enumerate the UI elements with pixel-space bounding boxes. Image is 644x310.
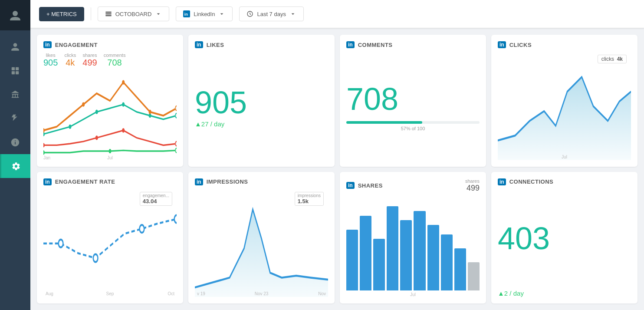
engagement-rate-title: ENGAGEMENT RATE <box>55 178 115 185</box>
likes-card: in LIKES 905 ▲27 / day <box>188 35 335 167</box>
svg-point-20 <box>149 110 151 114</box>
stat-shares: shares 499 <box>82 53 97 68</box>
sidebar-item-dashboard[interactable] <box>0 59 30 82</box>
connections-title: CONNECTIONS <box>509 178 554 185</box>
engagement-rate-x-left: Aug <box>46 291 53 296</box>
svg-point-23 <box>95 135 98 140</box>
sidebar-item-users[interactable] <box>0 35 30 59</box>
impressions-tooltip-label: impressions <box>298 193 321 198</box>
add-metrics-button[interactable]: + METRICS <box>39 7 84 21</box>
bar-10 <box>468 262 480 290</box>
shares-card: in SHARES shares 499 Jul <box>340 172 486 304</box>
impressions-title: IMPRESSIONS <box>207 178 248 185</box>
bar-1 <box>346 230 358 290</box>
bar-2 <box>360 216 371 290</box>
engagement-x-left: Jan <box>43 155 50 160</box>
comments-value: 708 <box>104 58 126 68</box>
svg-point-27 <box>108 149 111 153</box>
svg-rect-5 <box>105 12 111 13</box>
comments-linkedin-icon: in <box>346 41 355 48</box>
shares-bar-chart: Jul <box>346 197 480 297</box>
bar-6 <box>414 211 425 290</box>
comments-big-value: 708 <box>346 83 480 115</box>
engagement-rate-x-right: Oct <box>168 291 174 296</box>
engagement-x-center: Jul <box>107 155 113 160</box>
svg-point-33 <box>174 215 177 223</box>
octoboard-label: OCTOBOARD <box>115 11 152 17</box>
connections-card: in CONNECTIONS 403 ▲2 / day <box>491 172 637 304</box>
stat-likes: likes 905 <box>43 53 58 68</box>
engagement-rate-tooltip: engagemen... 43.04 <box>140 192 172 206</box>
impressions-header: in IMPRESSIONS <box>195 178 328 185</box>
clicks-linkedin-icon: in <box>498 41 506 48</box>
likes-title: LIKES <box>207 42 224 48</box>
bar-5 <box>400 220 412 290</box>
clicks-title: CLICKS <box>509 42 532 48</box>
clicks-tooltip: clicks 4k <box>598 55 627 63</box>
sidebar-item-bank[interactable] <box>0 82 30 106</box>
add-metrics-label: + METRICS <box>46 11 77 17</box>
linkedin-label: LinkedIn <box>194 11 215 17</box>
shares-label: shares <box>82 53 97 58</box>
likes-header: in LIKES <box>195 41 224 48</box>
svg-marker-29 <box>498 77 631 160</box>
svg-point-21 <box>175 106 177 110</box>
likes-big-value: 905 <box>195 87 247 118</box>
impressions-tooltip-value: 1.5k <box>298 198 321 204</box>
svg-rect-2 <box>16 67 19 70</box>
engagement-header: in ENGAGEMENT <box>43 41 177 48</box>
engagement-stats: likes 905 clicks 4k shares 499 comments … <box>43 53 177 68</box>
svg-point-19 <box>122 80 125 84</box>
impressions-card: in IMPRESSIONS impressions 1.5k <box>188 172 335 304</box>
svg-point-25 <box>175 142 177 146</box>
sidebar-item-info[interactable] <box>0 130 30 154</box>
linkedin-logo-icon: in <box>183 10 190 17</box>
timerange-dropdown[interactable]: Last 7 days <box>239 7 304 21</box>
impressions-linkedin-icon: in <box>195 178 203 185</box>
linkedin-dropdown[interactable]: in LinkedIn <box>176 7 233 21</box>
svg-point-30 <box>59 239 63 247</box>
impressions-chart <box>195 190 328 297</box>
sidebar-item-integrations[interactable] <box>0 106 30 130</box>
shares-meta-value: 499 <box>465 184 480 193</box>
comments-progress-label: 57% of 100 <box>346 126 480 131</box>
bar-3 <box>373 239 385 290</box>
connections-big-value: 403 <box>498 223 631 254</box>
likes-per-day: ▲27 / day <box>195 120 247 128</box>
linkedin-chevron-icon <box>218 10 225 17</box>
svg-point-17 <box>43 128 45 132</box>
engagement-linkedin-icon: in <box>43 41 52 48</box>
svg-text:in: in <box>184 12 188 16</box>
impressions-x-right: Nov <box>318 291 326 296</box>
engagement-rate-chart <box>43 190 177 297</box>
shares-header: in SHARES shares 499 <box>346 178 480 193</box>
engagement-rate-tooltip-label: engagemen... <box>143 193 169 198</box>
clicks-tooltip-value: 4k <box>617 56 623 62</box>
main-content: + METRICS OCTOBOARD in LinkedIn Last 7 d… <box>30 0 644 310</box>
impressions-x-left: v 19 <box>197 291 205 296</box>
engagement-title: ENGAGEMENT <box>55 42 98 48</box>
comments-label: comments <box>104 53 126 58</box>
svg-point-18 <box>82 102 85 107</box>
svg-marker-34 <box>195 209 328 297</box>
topbar: + METRICS OCTOBOARD in LinkedIn Last 7 d… <box>30 0 644 28</box>
likes-value: 905 <box>43 58 58 68</box>
shares-x-label: Jul <box>410 292 416 297</box>
comments-header: in COMMENTS <box>346 41 480 48</box>
clicks-x-label: Jul <box>562 155 567 159</box>
clicks-value: 4k <box>64 58 76 68</box>
dashboard-grid: in ENGAGEMENT likes 905 clicks 4k shares… <box>30 28 644 310</box>
clock-icon <box>246 10 253 17</box>
clicks-header: in CLICKS <box>498 41 631 48</box>
likes-linkedin-icon: in <box>195 41 203 48</box>
shares-meta: shares 499 <box>465 178 480 193</box>
octoboard-icon <box>105 10 112 17</box>
shares-linkedin-icon: in <box>346 182 355 189</box>
engagement-rate-linkedin-icon: in <box>43 178 52 185</box>
connections-per-day: ▲2 / day <box>498 290 631 297</box>
connections-linkedin-icon: in <box>498 178 506 185</box>
octoboard-dropdown[interactable]: OCTOBOARD <box>98 7 170 21</box>
bar-8 <box>441 234 453 290</box>
svg-point-28 <box>175 148 177 152</box>
sidebar-item-settings[interactable] <box>0 154 30 178</box>
